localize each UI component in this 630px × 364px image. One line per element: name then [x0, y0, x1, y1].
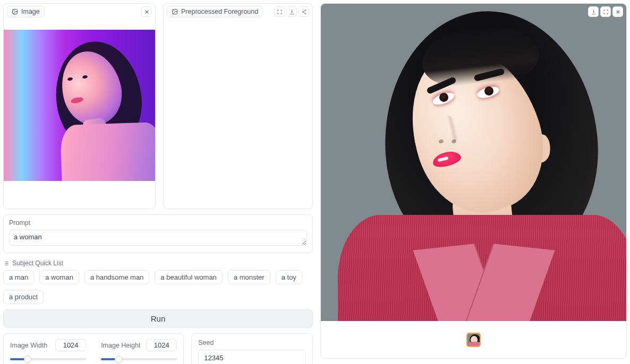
- subject-quick-list: Subject Quick List a man a woman a hands…: [3, 258, 313, 304]
- run-button[interactable]: Run: [3, 309, 313, 328]
- prompt-input[interactable]: [9, 230, 307, 246]
- fullscreen-icon: [603, 9, 609, 15]
- svg-point-3: [174, 11, 175, 12]
- image-height-slider[interactable]: [101, 356, 177, 363]
- seed-label: Seed: [198, 339, 306, 346]
- output-image[interactable]: [321, 4, 626, 321]
- download-icon: [289, 9, 295, 15]
- share-icon: [301, 9, 307, 15]
- image-icon: [172, 8, 178, 15]
- dimensions-panel: Image Width Image Height: [3, 333, 184, 364]
- output-fullscreen-button[interactable]: [600, 6, 611, 17]
- output-gallery: [321, 321, 626, 358]
- image-height-block: Image Height: [101, 339, 177, 364]
- prompt-label: Prompt: [9, 219, 307, 227]
- image-height-input[interactable]: [146, 339, 177, 351]
- seed-panel: Seed: [191, 333, 313, 364]
- svg-point-4: [305, 10, 306, 11]
- foreground-share-button[interactable]: [299, 6, 309, 17]
- output-panel: [320, 3, 627, 359]
- download-icon: [591, 9, 597, 15]
- fullscreen-icon: [277, 9, 283, 15]
- quicklist-chip[interactable]: a monster: [228, 270, 270, 284]
- foreground-panel: Preprocessed Foreground: [163, 3, 313, 209]
- clear-image-button[interactable]: [141, 6, 152, 17]
- input-image-content: [4, 30, 155, 181]
- output-thumbnail[interactable]: [466, 333, 481, 347]
- svg-point-5: [302, 11, 303, 12]
- close-icon: [144, 9, 150, 15]
- input-image-area[interactable]: [4, 20, 155, 209]
- foreground-image-area[interactable]: [164, 20, 312, 209]
- input-image-title-text: Image: [21, 8, 40, 15]
- image-height-label: Image Height: [101, 342, 140, 349]
- output-download-button[interactable]: [588, 6, 599, 17]
- quicklist-title: Subject Quick List: [12, 259, 63, 267]
- foreground-title: Preprocessed Foreground: [167, 6, 263, 18]
- quicklist-chip[interactable]: a beautiful woman: [155, 270, 223, 284]
- foreground-fullscreen-button[interactable]: [274, 6, 285, 17]
- image-icon: [12, 8, 18, 15]
- foreground-title-text: Preprocessed Foreground: [181, 8, 258, 15]
- svg-point-1: [14, 11, 15, 12]
- quicklist-chip[interactable]: a handsome man: [84, 270, 149, 284]
- quicklist-chip[interactable]: a woman: [39, 270, 79, 284]
- image-width-input[interactable]: [55, 339, 86, 351]
- output-close-button[interactable]: [612, 6, 623, 17]
- quicklist-chip[interactable]: a man: [3, 270, 34, 284]
- image-width-slider[interactable]: [10, 356, 86, 363]
- quicklist-chip[interactable]: a toy: [276, 270, 302, 284]
- prompt-panel: Prompt: [3, 214, 313, 253]
- svg-point-6: [305, 13, 306, 14]
- image-width-label: Image Width: [10, 342, 47, 349]
- foreground-download-button[interactable]: [286, 6, 297, 17]
- input-image-title: Image: [7, 6, 45, 18]
- input-image-panel: Image: [3, 3, 156, 209]
- seed-input[interactable]: [198, 350, 306, 364]
- image-width-block: Image Width: [10, 339, 86, 364]
- list-icon: [3, 261, 9, 266]
- close-icon: [615, 9, 621, 15]
- quicklist-chip[interactable]: a product: [3, 290, 44, 304]
